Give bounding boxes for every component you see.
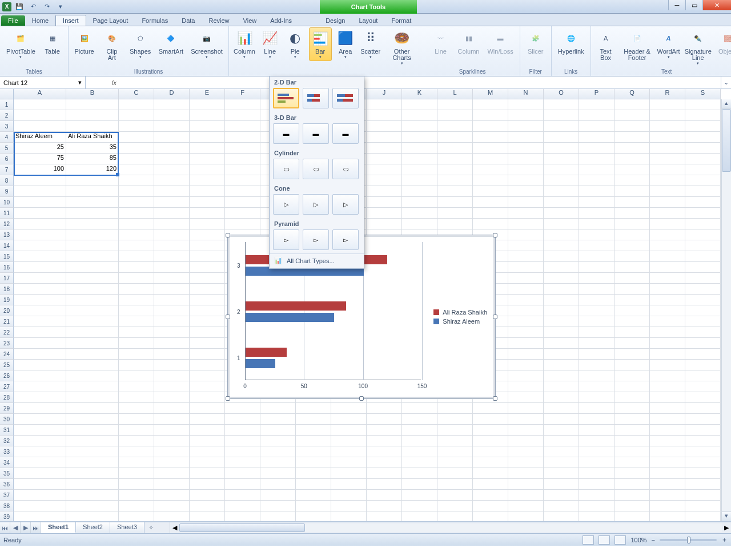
cell[interactable] bbox=[685, 219, 721, 229]
cell[interactable] bbox=[650, 305, 685, 316]
textbox-button[interactable]: AText Box bbox=[595, 27, 617, 63]
row-header[interactable]: 27 bbox=[0, 381, 14, 392]
cell[interactable] bbox=[579, 468, 614, 479]
cell[interactable] bbox=[614, 338, 650, 349]
row-header[interactable]: 18 bbox=[0, 284, 14, 295]
cell[interactable] bbox=[154, 132, 190, 143]
cell[interactable] bbox=[614, 99, 650, 110]
cell[interactable] bbox=[508, 99, 544, 110]
cell[interactable] bbox=[650, 121, 685, 132]
cell[interactable] bbox=[508, 132, 544, 143]
cell[interactable] bbox=[650, 511, 685, 522]
new-sheet-button[interactable]: ✧ bbox=[144, 522, 158, 533]
cell[interactable] bbox=[66, 403, 119, 414]
cell[interactable] bbox=[190, 229, 225, 240]
bar-pyramid-clustered[interactable]: ▻ bbox=[273, 229, 299, 250]
cell[interactable] bbox=[190, 197, 225, 208]
column-header[interactable]: Q bbox=[614, 89, 650, 99]
column-header[interactable]: J bbox=[367, 89, 402, 99]
cell[interactable] bbox=[614, 262, 650, 273]
cell[interactable] bbox=[508, 338, 544, 349]
cell[interactable] bbox=[544, 143, 579, 154]
cell[interactable] bbox=[508, 219, 544, 229]
cell[interactable] bbox=[437, 468, 473, 479]
bar-3d-clustered[interactable]: ▬ bbox=[273, 123, 299, 144]
cell[interactable] bbox=[14, 175, 66, 186]
cell[interactable] bbox=[14, 284, 66, 295]
cell[interactable] bbox=[544, 284, 579, 295]
cell[interactable] bbox=[367, 154, 402, 164]
cell[interactable] bbox=[544, 251, 579, 262]
select-all-corner[interactable] bbox=[0, 89, 14, 99]
cell[interactable] bbox=[66, 121, 119, 132]
cell[interactable] bbox=[650, 457, 685, 468]
cell[interactable] bbox=[508, 425, 544, 436]
cell[interactable] bbox=[508, 197, 544, 208]
row-header[interactable]: 24 bbox=[0, 349, 14, 360]
cell[interactable] bbox=[190, 305, 225, 316]
cell[interactable] bbox=[296, 403, 331, 414]
cell[interactable] bbox=[650, 349, 685, 360]
cell[interactable] bbox=[614, 479, 650, 490]
cell[interactable] bbox=[14, 436, 66, 446]
view-page-break-button[interactable] bbox=[614, 535, 626, 545]
tab-addins[interactable]: Add-Ins bbox=[263, 15, 299, 26]
cell[interactable]: 120 bbox=[66, 164, 119, 175]
cell[interactable] bbox=[190, 273, 225, 284]
cell[interactable] bbox=[473, 425, 508, 436]
cell[interactable] bbox=[508, 414, 544, 425]
row-header[interactable]: 1 bbox=[0, 99, 14, 110]
cell[interactable] bbox=[14, 208, 66, 219]
cell[interactable] bbox=[154, 154, 190, 164]
row-header[interactable]: 13 bbox=[0, 229, 14, 240]
cell[interactable] bbox=[66, 327, 119, 338]
cell[interactable] bbox=[508, 490, 544, 501]
cell[interactable] bbox=[614, 305, 650, 316]
cell[interactable] bbox=[260, 446, 296, 457]
bar-cone-100stacked[interactable]: ▷ bbox=[332, 194, 359, 215]
row-header[interactable]: 32 bbox=[0, 436, 14, 446]
cell[interactable] bbox=[685, 370, 721, 381]
cell[interactable] bbox=[367, 414, 402, 425]
row-header[interactable]: 36 bbox=[0, 479, 14, 490]
cell[interactable] bbox=[579, 327, 614, 338]
cell[interactable] bbox=[544, 121, 579, 132]
cell[interactable] bbox=[402, 436, 437, 446]
cell[interactable] bbox=[119, 392, 154, 403]
cell[interactable] bbox=[544, 229, 579, 240]
cell[interactable] bbox=[650, 99, 685, 110]
cell[interactable] bbox=[579, 425, 614, 436]
cell[interactable] bbox=[650, 284, 685, 295]
cell[interactable] bbox=[119, 251, 154, 262]
cell[interactable] bbox=[473, 436, 508, 446]
all-chart-types[interactable]: 📊 All Chart Types... bbox=[270, 253, 364, 267]
cell[interactable] bbox=[614, 468, 650, 479]
cell[interactable] bbox=[296, 479, 331, 490]
cell[interactable] bbox=[685, 240, 721, 251]
cell[interactable] bbox=[614, 446, 650, 457]
sheet-nav-last-icon[interactable]: ⏭ bbox=[31, 522, 41, 533]
cell[interactable] bbox=[190, 403, 225, 414]
cell[interactable] bbox=[66, 360, 119, 370]
cell[interactable] bbox=[650, 175, 685, 186]
cell[interactable]: 100 bbox=[14, 164, 66, 175]
cell[interactable] bbox=[579, 284, 614, 295]
cell[interactable] bbox=[685, 273, 721, 284]
cell[interactable] bbox=[14, 99, 66, 110]
cell[interactable] bbox=[367, 132, 402, 143]
cell[interactable] bbox=[190, 164, 225, 175]
cell[interactable] bbox=[190, 425, 225, 436]
cell[interactable] bbox=[544, 262, 579, 273]
cell[interactable] bbox=[119, 316, 154, 327]
cell[interactable] bbox=[614, 457, 650, 468]
cell[interactable] bbox=[190, 251, 225, 262]
row-header[interactable]: 22 bbox=[0, 327, 14, 338]
row-header[interactable]: 38 bbox=[0, 501, 14, 511]
cell[interactable] bbox=[260, 425, 296, 436]
row-header[interactable]: 34 bbox=[0, 457, 14, 468]
cell[interactable] bbox=[260, 468, 296, 479]
shapes-button[interactable]: ⬠Shapes▾ bbox=[127, 27, 154, 61]
cell[interactable] bbox=[685, 132, 721, 143]
cell[interactable] bbox=[66, 479, 119, 490]
cell[interactable] bbox=[579, 154, 614, 164]
